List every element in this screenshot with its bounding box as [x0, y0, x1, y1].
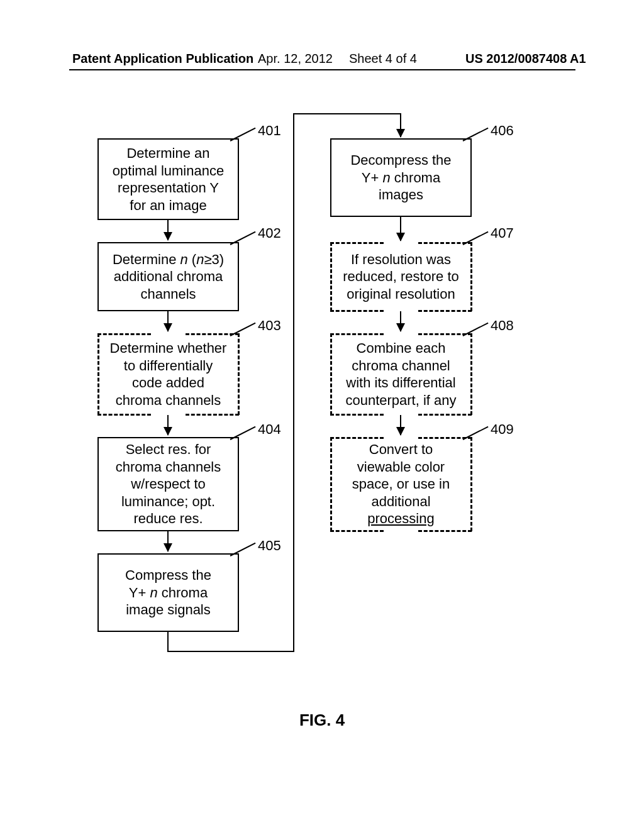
box-text: n	[196, 252, 204, 267]
box-text: to differentially	[124, 358, 213, 374]
header-sheet: Sheet 4 of 4	[349, 52, 417, 66]
header-date: Apr. 12, 2012	[258, 52, 333, 66]
box-text: Compress the	[125, 567, 211, 583]
box-text: Determine	[113, 252, 180, 267]
step-401: Determine an optimal luminance represent…	[97, 138, 239, 220]
box-text: chroma channel	[352, 358, 450, 374]
ref-label-406: 406	[491, 123, 514, 139]
leader-line	[230, 426, 256, 440]
box-text: Determine an	[126, 145, 209, 161]
box-text: ≥3)	[204, 252, 224, 267]
ref-label-404: 404	[258, 421, 281, 438]
box-text: reduced, restore to	[343, 268, 459, 284]
arrow-down-icon	[167, 531, 169, 551]
leader-line	[463, 231, 489, 245]
box-text: viewable color	[357, 459, 445, 475]
ref-label-405: 405	[258, 538, 281, 554]
step-407: If resolution was reduced, restore to or…	[330, 242, 472, 311]
box-text: processing	[367, 511, 434, 526]
box-text: chroma	[158, 585, 208, 600]
step-406: Decompress the Y+ n chroma images	[330, 138, 472, 217]
box-text: Select res. for	[126, 441, 211, 457]
box-text: Y+	[362, 170, 383, 185]
arrow-down-icon	[400, 311, 401, 331]
header-left: Patent Application Publication	[72, 52, 253, 66]
box-text: original resolution	[347, 286, 455, 302]
arrow-down-icon	[167, 415, 169, 435]
box-text: representation Y	[118, 180, 219, 196]
box-text: Y+	[129, 585, 150, 600]
box-text: for an image	[130, 197, 206, 213]
box-text: Decompress the	[350, 152, 451, 168]
header-pubno: US 2012/0087408 A1	[465, 52, 586, 66]
box-text: additional	[371, 494, 430, 509]
leader-line	[230, 543, 256, 556]
box-text: chroma channels	[116, 459, 221, 475]
flowchart: Determine an optimal luminance represent…	[0, 113, 644, 742]
ref-label-407: 407	[491, 225, 514, 241]
box-text: reduce res.	[133, 511, 203, 526]
arrow-down-icon	[400, 113, 401, 137]
step-402: Determine n (n≥3) additional chroma chan…	[97, 242, 239, 311]
box-text: with its differential	[346, 375, 455, 390]
leader-line	[463, 323, 489, 336]
box-text: Combine each	[357, 340, 446, 356]
step-409: Convert to viewable color space, or use …	[330, 437, 472, 531]
box-text: additional chroma	[114, 268, 223, 284]
box-text: Convert to	[369, 441, 433, 457]
leader-line	[230, 128, 256, 141]
ref-label-408: 408	[491, 318, 514, 334]
leader-line	[230, 231, 256, 245]
box-text: (	[188, 252, 196, 267]
arrow-down-icon	[400, 217, 401, 241]
box-text: luminance; opt.	[121, 494, 215, 509]
box-text: chroma channels	[116, 392, 221, 408]
box-text: channels	[140, 286, 196, 302]
leader-line	[230, 323, 256, 336]
step-404: Select res. for chroma channels w/respec…	[97, 437, 239, 531]
ref-label-403: 403	[258, 318, 281, 334]
ref-label-402: 402	[258, 225, 281, 241]
connector-line	[293, 113, 294, 652]
connector-line	[167, 651, 293, 652]
box-text: images	[379, 187, 423, 202]
ref-label-409: 409	[491, 421, 514, 438]
box-text: w/respect to	[131, 476, 206, 492]
box-text: counterpart, if any	[345, 392, 456, 408]
figure-caption: FIG. 4	[0, 711, 644, 730]
box-text: n	[382, 170, 390, 185]
box-text: Determine whether	[110, 340, 227, 356]
leader-line	[463, 128, 489, 141]
arrow-down-icon	[400, 415, 401, 435]
box-text: chroma	[391, 170, 440, 185]
header-rule	[69, 69, 575, 70]
connector-line	[167, 632, 169, 651]
box-text: optimal luminance	[113, 163, 224, 179]
ref-label-401: 401	[258, 123, 281, 139]
step-405: Compress the Y+ n chroma image signals	[97, 553, 239, 632]
box-text: n	[150, 585, 157, 600]
arrow-down-icon	[167, 220, 169, 240]
box-text: If resolution was	[351, 252, 451, 267]
leader-line	[463, 426, 489, 440]
arrow-down-icon	[167, 311, 169, 331]
box-text: n	[180, 252, 188, 267]
connector-line	[293, 113, 400, 114]
step-408: Combine each chroma channel with its dif…	[330, 333, 472, 415]
step-403: Determine whether to differentially code…	[97, 333, 239, 415]
box-text: code added	[132, 375, 204, 390]
box-text: image signals	[126, 602, 211, 617]
box-text: space, or use in	[352, 476, 450, 492]
